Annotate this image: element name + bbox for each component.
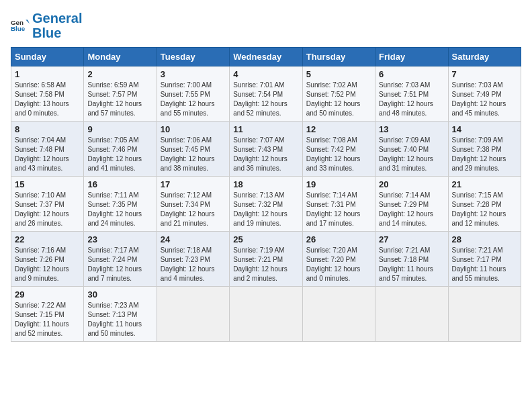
empty-cell	[302, 287, 375, 342]
day-number: 17	[161, 179, 226, 189]
calendar-day-5: 5Sunrise: 7:02 AMSunset: 7:52 PMDaylight…	[302, 66, 375, 122]
calendar-day-9: 9Sunrise: 7:05 AMSunset: 7:46 PMDaylight…	[84, 122, 157, 177]
logo: Gen Blue General Blue	[11, 11, 82, 40]
day-info: Sunrise: 7:16 AMSunset: 7:26 PMDaylight:…	[15, 246, 80, 283]
day-info: Sunrise: 7:15 AMSunset: 7:28 PMDaylight:…	[452, 191, 517, 228]
day-number: 22	[15, 234, 80, 244]
calendar-day-8: 8Sunrise: 7:04 AMSunset: 7:48 PMDaylight…	[11, 122, 84, 177]
day-info: Sunrise: 7:19 AMSunset: 7:21 PMDaylight:…	[233, 246, 298, 283]
day-info: Sunrise: 7:06 AMSunset: 7:45 PMDaylight:…	[161, 136, 226, 173]
empty-cell	[157, 287, 229, 342]
day-header-saturday: Saturday	[448, 48, 521, 66]
day-number: 28	[452, 234, 517, 244]
day-number: 9	[87, 124, 152, 134]
day-number: 14	[452, 124, 517, 134]
day-info: Sunrise: 7:09 AMSunset: 7:38 PMDaylight:…	[452, 136, 517, 173]
day-number: 10	[161, 124, 226, 134]
day-number: 15	[15, 179, 80, 189]
day-number: 1	[15, 69, 80, 79]
calendar-header-row: SundayMondayTuesdayWednesdayThursdayFrid…	[11, 48, 521, 66]
logo-icon: Gen Blue	[11, 16, 30, 35]
calendar-day-14: 14Sunrise: 7:09 AMSunset: 7:38 PMDayligh…	[448, 122, 521, 177]
day-header-thursday: Thursday	[302, 48, 375, 66]
logo-text-line2: Blue	[32, 26, 82, 40]
day-number: 20	[379, 179, 444, 189]
day-info: Sunrise: 7:03 AMSunset: 7:51 PMDaylight:…	[379, 81, 444, 118]
day-info: Sunrise: 7:00 AMSunset: 7:55 PMDaylight:…	[161, 81, 226, 118]
day-number: 30	[87, 289, 152, 300]
day-number: 27	[379, 234, 444, 244]
empty-cell	[448, 287, 521, 342]
day-info: Sunrise: 7:11 AMSunset: 7:35 PMDaylight:…	[87, 191, 152, 228]
calendar-day-30: 30Sunrise: 7:23 AMSunset: 7:13 PMDayligh…	[84, 287, 157, 342]
day-info: Sunrise: 7:20 AMSunset: 7:20 PMDaylight:…	[306, 246, 371, 283]
calendar-day-3: 3Sunrise: 7:00 AMSunset: 7:55 PMDaylight…	[157, 66, 229, 122]
calendar-day-24: 24Sunrise: 7:18 AMSunset: 7:23 PMDayligh…	[157, 232, 229, 287]
calendar-day-29: 29Sunrise: 7:22 AMSunset: 7:15 PMDayligh…	[11, 287, 84, 342]
day-number: 18	[233, 179, 298, 189]
day-info: Sunrise: 6:58 AMSunset: 7:58 PMDaylight:…	[15, 81, 80, 118]
day-header-monday: Monday	[84, 48, 157, 66]
day-header-sunday: Sunday	[11, 48, 84, 66]
day-number: 8	[15, 124, 80, 134]
day-info: Sunrise: 7:04 AMSunset: 7:48 PMDaylight:…	[15, 136, 80, 173]
page-header: Gen Blue General Blue	[11, 11, 521, 40]
day-info: Sunrise: 7:03 AMSunset: 7:49 PMDaylight:…	[452, 81, 517, 118]
empty-cell	[375, 287, 448, 342]
day-info: Sunrise: 7:07 AMSunset: 7:43 PMDaylight:…	[233, 136, 298, 173]
calendar-week-4: 22Sunrise: 7:16 AMSunset: 7:26 PMDayligh…	[11, 232, 521, 287]
day-info: Sunrise: 7:13 AMSunset: 7:32 PMDaylight:…	[233, 191, 298, 228]
day-number: 23	[87, 234, 152, 244]
day-number: 7	[452, 69, 517, 79]
day-number: 5	[306, 69, 371, 79]
day-header-wednesday: Wednesday	[230, 48, 302, 66]
day-info: Sunrise: 7:17 AMSunset: 7:24 PMDaylight:…	[87, 246, 152, 283]
calendar-day-17: 17Sunrise: 7:12 AMSunset: 7:34 PMDayligh…	[157, 177, 229, 232]
day-info: Sunrise: 7:12 AMSunset: 7:34 PMDaylight:…	[161, 191, 226, 228]
day-info: Sunrise: 7:05 AMSunset: 7:46 PMDaylight:…	[87, 136, 152, 173]
day-number: 3	[161, 69, 226, 79]
calendar-week-2: 8Sunrise: 7:04 AMSunset: 7:48 PMDaylight…	[11, 122, 521, 177]
day-info: Sunrise: 7:14 AMSunset: 7:29 PMDaylight:…	[379, 191, 444, 228]
day-number: 12	[306, 124, 371, 134]
day-number: 6	[379, 69, 444, 79]
day-info: Sunrise: 7:08 AMSunset: 7:42 PMDaylight:…	[306, 136, 371, 173]
calendar-day-23: 23Sunrise: 7:17 AMSunset: 7:24 PMDayligh…	[84, 232, 157, 287]
day-info: Sunrise: 7:21 AMSunset: 7:17 PMDaylight:…	[452, 246, 517, 283]
calendar-day-19: 19Sunrise: 7:14 AMSunset: 7:31 PMDayligh…	[302, 177, 375, 232]
calendar-week-1: 1Sunrise: 6:58 AMSunset: 7:58 PMDaylight…	[11, 66, 521, 122]
calendar-day-1: 1Sunrise: 6:58 AMSunset: 7:58 PMDaylight…	[11, 66, 84, 122]
day-info: Sunrise: 7:01 AMSunset: 7:54 PMDaylight:…	[233, 81, 298, 118]
day-info: Sunrise: 7:02 AMSunset: 7:52 PMDaylight:…	[306, 81, 371, 118]
calendar-day-6: 6Sunrise: 7:03 AMSunset: 7:51 PMDaylight…	[375, 66, 448, 122]
day-info: Sunrise: 7:18 AMSunset: 7:23 PMDaylight:…	[161, 246, 226, 283]
calendar-day-16: 16Sunrise: 7:11 AMSunset: 7:35 PMDayligh…	[84, 177, 157, 232]
svg-text:Blue: Blue	[11, 25, 26, 32]
day-number: 29	[15, 289, 80, 300]
day-number: 2	[87, 69, 152, 79]
day-number: 11	[233, 124, 298, 134]
day-info: Sunrise: 7:21 AMSunset: 7:18 PMDaylight:…	[379, 246, 444, 283]
calendar-day-15: 15Sunrise: 7:10 AMSunset: 7:37 PMDayligh…	[11, 177, 84, 232]
calendar-day-7: 7Sunrise: 7:03 AMSunset: 7:49 PMDaylight…	[448, 66, 521, 122]
calendar-day-12: 12Sunrise: 7:08 AMSunset: 7:42 PMDayligh…	[302, 122, 375, 177]
day-info: Sunrise: 7:09 AMSunset: 7:40 PMDaylight:…	[379, 136, 444, 173]
day-number: 24	[161, 234, 226, 244]
day-header-tuesday: Tuesday	[157, 48, 229, 66]
calendar-day-4: 4Sunrise: 7:01 AMSunset: 7:54 PMDaylight…	[230, 66, 302, 122]
logo-text-line1: General	[32, 11, 82, 26]
calendar-day-28: 28Sunrise: 7:21 AMSunset: 7:17 PMDayligh…	[448, 232, 521, 287]
calendar-day-27: 27Sunrise: 7:21 AMSunset: 7:18 PMDayligh…	[375, 232, 448, 287]
calendar-week-5: 29Sunrise: 7:22 AMSunset: 7:15 PMDayligh…	[11, 287, 521, 342]
day-info: Sunrise: 6:59 AMSunset: 7:57 PMDaylight:…	[87, 81, 152, 118]
day-header-friday: Friday	[375, 48, 448, 66]
calendar-day-26: 26Sunrise: 7:20 AMSunset: 7:20 PMDayligh…	[302, 232, 375, 287]
calendar-day-22: 22Sunrise: 7:16 AMSunset: 7:26 PMDayligh…	[11, 232, 84, 287]
day-number: 13	[379, 124, 444, 134]
svg-marker-2	[26, 20, 30, 24]
calendar-day-18: 18Sunrise: 7:13 AMSunset: 7:32 PMDayligh…	[230, 177, 302, 232]
empty-cell	[230, 287, 302, 342]
day-number: 26	[306, 234, 371, 244]
calendar-day-20: 20Sunrise: 7:14 AMSunset: 7:29 PMDayligh…	[375, 177, 448, 232]
day-number: 21	[452, 179, 517, 189]
